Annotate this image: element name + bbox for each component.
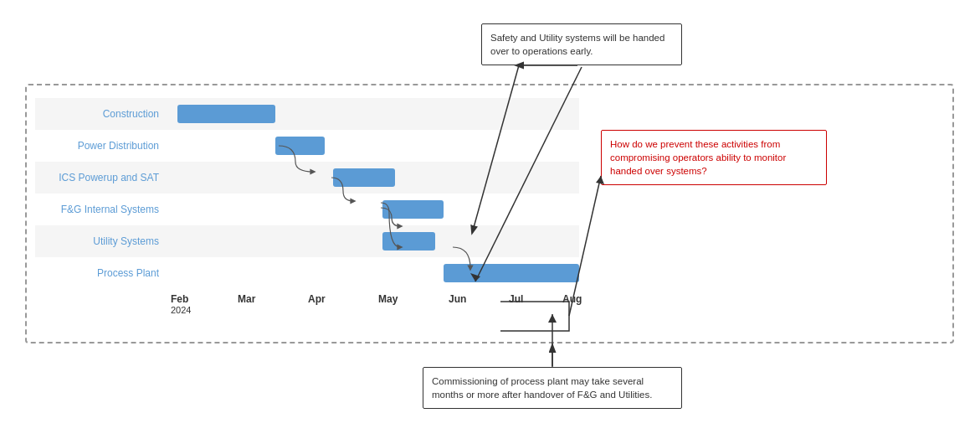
- gantt-bar-fg: [382, 200, 444, 219]
- task-label-construction: Construction: [35, 108, 169, 120]
- bottom-callout-text: Commissioning of process plant may take …: [432, 376, 652, 400]
- task-label-process: Process Plant: [35, 267, 169, 279]
- gantt-container: Construction Power Distribution ICS Powe…: [25, 84, 954, 343]
- task-label-ics: ICS Powerup and SAT: [35, 172, 169, 183]
- gantt-row-utility: Utility Systems: [35, 225, 579, 257]
- gantt-row-construction: Construction: [35, 98, 579, 130]
- gantt-bar-utility: [382, 232, 436, 250]
- gantt-track-utility: [169, 225, 579, 257]
- top-callout-text: Safety and Utility systems will be hande…: [490, 33, 664, 56]
- gantt-row-process: Process Plant: [35, 257, 579, 289]
- gantt-bar-process: [444, 264, 579, 282]
- gantt-track-ics: [169, 162, 579, 194]
- task-label-fg: F&G Internal Systems: [35, 204, 169, 215]
- gantt-row-power: Power Distribution: [35, 130, 579, 162]
- month-jun: Jun: [449, 293, 466, 305]
- gantt-track-construction: [169, 98, 579, 130]
- bottom-callout-box: Commissioning of process plant may take …: [423, 367, 682, 409]
- gantt-bar-power: [275, 137, 325, 155]
- gantt-row-fg: F&G Internal Systems: [35, 194, 579, 225]
- month-aug: Aug: [562, 293, 582, 305]
- gantt-track-process: [169, 257, 579, 289]
- month-jul: Jul: [509, 293, 523, 305]
- top-callout-box: Safety and Utility systems will be hande…: [481, 23, 682, 65]
- month-apr: Apr: [308, 293, 326, 305]
- task-label-power: Power Distribution: [35, 140, 169, 152]
- right-callout-box: How do we prevent these activities from …: [601, 130, 827, 185]
- month-feb: Feb: [171, 293, 188, 305]
- gantt-row-ics: ICS Powerup and SAT: [35, 162, 579, 194]
- month-mar: Mar: [238, 293, 255, 305]
- right-callout-text: How do we prevent these activities from …: [610, 139, 786, 176]
- month-may: May: [378, 293, 398, 305]
- gantt-track-power: [169, 130, 579, 162]
- gantt-bar-construction: [177, 105, 276, 123]
- gantt-bar-ics: [333, 168, 395, 187]
- gantt-track-fg: [169, 194, 579, 225]
- year-label: 2024: [171, 305, 191, 315]
- task-label-utility: Utility Systems: [35, 235, 169, 247]
- gantt-chart: Construction Power Distribution ICS Powe…: [35, 98, 579, 289]
